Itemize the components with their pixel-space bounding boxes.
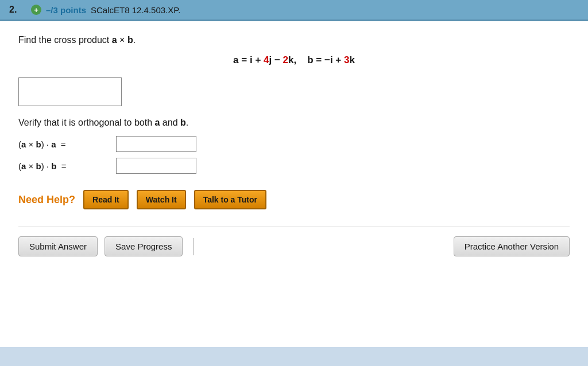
question-header: 2. + –/3 points SCalcET8 12.4.503.XP. [0,0,588,20]
separator [193,238,194,255]
verify-text: Verify that it is orthogonal to both a a… [18,118,570,128]
watch-it-button[interactable]: Watch It [137,190,186,209]
read-it-button[interactable]: Read It [83,190,129,209]
verify-section: Verify that it is orthogonal to both a a… [18,118,570,174]
verify-row-a-label: (a × b) · a = [18,139,116,149]
cross-product-answer-container [18,77,570,106]
problem-id: SCalcET8 12.4.503.XP. [91,5,181,15]
need-help-label: Need Help? [18,194,75,206]
submit-answer-button[interactable]: Submit Answer [18,236,98,256]
verify-row-b-label: (a × b) · b = [18,161,116,171]
verify-row-a: (a × b) · a = [18,136,570,152]
points-text: –/3 points [46,5,86,15]
points-icon: + [31,5,41,15]
verify-a-input[interactable] [116,136,196,152]
save-progress-button[interactable]: Save Progress [105,236,183,256]
need-help-section: Need Help? Read It Watch It Talk to a Tu… [18,190,570,209]
bottom-actions: Submit Answer Save Progress Practice Ano… [18,227,570,256]
verify-row-b: (a × b) · b = [18,158,570,174]
problem-instruction: Find the cross product a × b. [18,35,570,45]
question-number: 2. [9,5,26,15]
practice-another-version-button[interactable]: Practice Another Version [454,236,570,256]
content-area: Find the cross product a × b. a = i + 4j… [0,20,588,347]
cross-product-input[interactable] [18,77,122,106]
equation-display: a = i + 4j − 2k, b = −i + 3k [18,54,570,66]
verify-b-input[interactable] [116,158,196,174]
talk-to-tutor-button[interactable]: Talk to a Tutor [194,190,266,209]
